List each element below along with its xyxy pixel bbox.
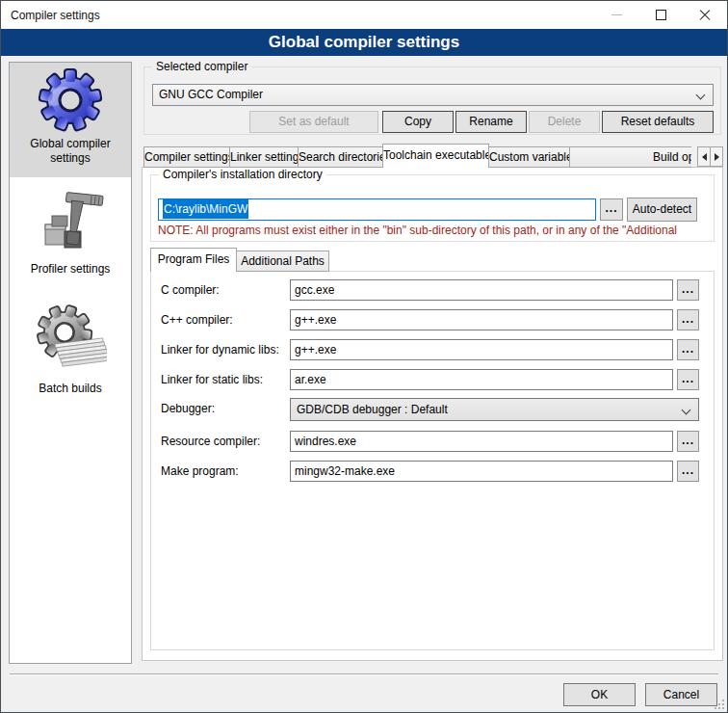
arrow-left-icon — [702, 153, 707, 161]
window-title: Compiler settings — [11, 9, 100, 22]
selected-path-text: C:\raylib\MinGW — [163, 199, 248, 219]
browse-make-program-button[interactable]: ... — [677, 461, 699, 482]
sidebar-item-label: Profiler settings — [31, 262, 111, 277]
field-label: Make program: — [161, 464, 239, 478]
field-label: Linker for static libs: — [161, 373, 263, 386]
reset-defaults-button[interactable]: Reset defaults — [602, 111, 714, 133]
delete-button[interactable]: Delete — [529, 111, 600, 133]
sub-tab-strip: Program Files Additional Paths — [150, 249, 328, 272]
toolchain-executables-page: Compiler's installation directory C:\ray… — [142, 167, 723, 661]
browse-static-linker-button[interactable]: ... — [677, 369, 699, 390]
installation-directory-group-label: Compiler's installation directory — [159, 168, 326, 181]
tab-additional-paths[interactable]: Additional Paths — [236, 251, 329, 272]
tab-compiler-settings[interactable]: Compiler settings — [143, 146, 230, 168]
tab-scroll-buttons — [698, 146, 723, 167]
sidebar-item-batch-builds[interactable]: Batch builds — [10, 304, 131, 404]
caliper-icon — [36, 186, 105, 259]
installation-directory-input[interactable]: C:\raylib\MinGW — [158, 198, 596, 221]
chevron-down-icon — [696, 91, 706, 100]
set-as-default-button[interactable]: Set as default — [249, 111, 378, 133]
tab-scroll-right-button[interactable] — [710, 146, 723, 167]
program-files-page: C compiler: ... C++ compiler: ... Linker… — [150, 271, 715, 650]
field-label: Resource compiler: — [161, 435, 260, 448]
maximize-button[interactable] — [638, 1, 683, 29]
debugger-select[interactable]: GDB/CDB debugger : Default — [290, 398, 699, 421]
close-button[interactable] — [683, 1, 727, 29]
chevron-down-icon — [682, 406, 691, 415]
rename-button[interactable]: Rename — [455, 111, 527, 133]
compiler-select-value: GNU GCC Compiler — [159, 88, 263, 101]
static-linker-input[interactable] — [290, 369, 673, 390]
close-icon — [699, 10, 711, 21]
sidebar-item-profiler-settings[interactable]: Profiler settings — [10, 186, 131, 284]
tab-scroll-left-button[interactable] — [697, 146, 711, 167]
dialog-banner: Global compiler settings — [1, 29, 727, 56]
tab-program-files[interactable]: Program Files — [150, 248, 237, 272]
ok-button[interactable]: OK — [563, 683, 636, 706]
dynamic-linker-input[interactable] — [290, 339, 673, 360]
selected-compiler-group-label: Selected compiler — [152, 60, 251, 73]
compiler-settings-dialog: Compiler settings Global compiler settin… — [0, 0, 728, 713]
field-label: C++ compiler: — [161, 313, 233, 327]
arrow-right-icon — [715, 153, 719, 161]
c-compiler-input[interactable] — [290, 279, 673, 301]
sidebar-item-label: Batch builds — [39, 382, 101, 396]
tab-custom-variables[interactable]: Custom variables — [488, 146, 570, 168]
compiler-select[interactable]: GNU GCC Compiler — [152, 84, 714, 106]
resource-compiler-input[interactable] — [290, 431, 673, 452]
auto-detect-button[interactable]: Auto-detect — [627, 198, 697, 222]
maximize-icon — [656, 10, 666, 20]
tab-toolchain-executables[interactable]: Toolchain executables — [382, 144, 489, 168]
browse-resource-compiler-button[interactable]: ... — [677, 431, 699, 452]
cpp-compiler-input[interactable] — [290, 309, 673, 330]
tab-linker-settings[interactable]: Linker settings — [229, 146, 299, 168]
sidebar-item-global-compiler-settings[interactable]: Global compiler settings — [10, 63, 131, 177]
resize-grip[interactable] — [715, 700, 724, 709]
title-bar: Compiler settings — [1, 1, 727, 29]
gray-gear-stack-icon — [34, 304, 107, 379]
browse-dynamic-linker-button[interactable]: ... — [677, 339, 699, 360]
main-tab-control: Compiler's installation directory C:\ray… — [142, 144, 723, 661]
field-label: Linker for dynamic libs: — [161, 343, 279, 356]
browse-c-compiler-button[interactable]: ... — [677, 279, 699, 301]
main-tab-strip: Compiler settings Linker settings Search… — [142, 144, 723, 168]
tab-build-options[interactable]: Build options — [569, 146, 691, 168]
bin-directory-note: NOTE: All programs must exist either in … — [158, 224, 707, 237]
debugger-select-value: GDB/CDB debugger : Default — [297, 403, 448, 416]
copy-button[interactable]: Copy — [382, 111, 454, 133]
minimize-icon — [611, 14, 622, 15]
tab-search-directories[interactable]: Search directories — [298, 146, 383, 168]
minimize-button[interactable] — [594, 1, 638, 29]
browse-cpp-compiler-button[interactable]: ... — [677, 309, 699, 330]
browse-directory-button[interactable]: ... — [600, 198, 623, 221]
field-label: C compiler: — [161, 283, 220, 297]
blue-gear-icon — [37, 66, 104, 134]
footer-divider — [10, 673, 718, 674]
make-program-input[interactable] — [290, 461, 673, 482]
settings-sidebar: Global compiler settings Profiler settin… — [9, 62, 132, 664]
cancel-button[interactable]: Cancel — [645, 683, 717, 706]
sidebar-item-label: Global compiler settings — [17, 137, 123, 166]
field-label: Debugger: — [161, 402, 215, 415]
